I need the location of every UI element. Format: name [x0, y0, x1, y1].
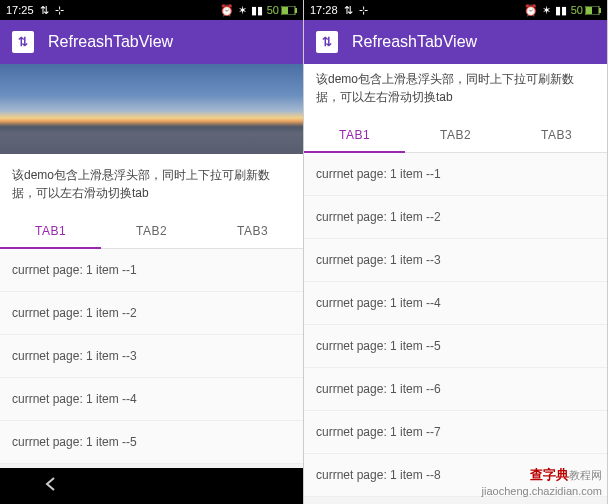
app-icon: ⇅: [316, 31, 338, 53]
usb-icon: ⇅: [40, 4, 49, 17]
debug-icon: ⊹: [359, 4, 368, 17]
list-view[interactable]: currnet page: 1 item --1 currnet page: 1…: [0, 249, 303, 468]
status-bar: 17:28 ⇅ ⊹ ⏰ ✶ ▮▮ 50: [304, 0, 607, 20]
app-icon: ⇅: [12, 31, 34, 53]
back-button[interactable]: [31, 475, 71, 497]
tab-2[interactable]: TAB2: [101, 214, 202, 248]
list-item[interactable]: currnet page: 1 item --1: [0, 249, 303, 292]
tab-1[interactable]: TAB1: [304, 118, 405, 152]
svg-rect-5: [599, 8, 601, 13]
svg-rect-4: [586, 7, 592, 14]
list-view[interactable]: currnet page: 1 item --1 currnet page: 1…: [304, 153, 607, 504]
tab-2[interactable]: TAB2: [405, 118, 506, 152]
wifi-icon: ✶: [238, 4, 247, 17]
svg-rect-1: [282, 7, 288, 14]
list-item[interactable]: currnet page: 1 item --2: [0, 292, 303, 335]
list-item[interactable]: currnet page: 1 item --3: [0, 335, 303, 378]
description-text: 该demo包含上滑悬浮头部，同时上下拉可刷新数据，可以左右滑动切换tab: [304, 64, 607, 118]
tab-bar: TAB1 TAB2 TAB3: [0, 214, 303, 249]
usb-icon: ⇅: [344, 4, 353, 17]
phone-right: 17:28 ⇅ ⊹ ⏰ ✶ ▮▮ 50 ⇅ RefreashTabView 该d…: [304, 0, 608, 504]
list-item[interactable]: currnet page: 1 item --4: [304, 282, 607, 325]
app-bar: ⇅ RefreashTabView: [304, 20, 607, 64]
signal-icon: ▮▮: [555, 4, 567, 17]
battery-indicator: 50: [571, 4, 601, 16]
tab-3[interactable]: TAB3: [506, 118, 607, 152]
app-title: RefreashTabView: [48, 33, 173, 51]
list-item[interactable]: currnet page: 1 item --7: [304, 411, 607, 454]
header-image[interactable]: [0, 64, 303, 154]
description-text: 该demo包含上滑悬浮头部，同时上下拉可刷新数据，可以左右滑动切换tab: [0, 154, 303, 214]
list-item[interactable]: currnet page: 1 item --8: [304, 454, 607, 497]
wifi-icon: ✶: [542, 4, 551, 17]
status-time: 17:28: [310, 4, 338, 16]
signal-icon: ▮▮: [251, 4, 263, 17]
list-item[interactable]: currnet page: 1 item --6: [304, 368, 607, 411]
list-item[interactable]: currnet page: 1 item --4: [0, 378, 303, 421]
debug-icon: ⊹: [55, 4, 64, 17]
tab-3[interactable]: TAB3: [202, 214, 303, 248]
svg-rect-2: [295, 8, 297, 13]
list-item[interactable]: currnet page: 1 item --5: [304, 325, 607, 368]
status-time: 17:25: [6, 4, 34, 16]
status-bar: 17:25 ⇅ ⊹ ⏰ ✶ ▮▮ 50: [0, 0, 303, 20]
battery-indicator: 50: [267, 4, 297, 16]
list-item[interactable]: currnet page: 1 item --1: [304, 153, 607, 196]
app-bar: ⇅ RefreashTabView: [0, 20, 303, 64]
list-item[interactable]: currnet page: 1 item --2: [304, 196, 607, 239]
alarm-icon: ⏰: [220, 4, 234, 17]
app-title: RefreashTabView: [352, 33, 477, 51]
list-item[interactable]: currnet page: 1 item --5: [0, 421, 303, 464]
tab-bar: TAB1 TAB2 TAB3: [304, 118, 607, 153]
tab-1[interactable]: TAB1: [0, 214, 101, 248]
list-item[interactable]: currnet page: 1 item --3: [304, 239, 607, 282]
alarm-icon: ⏰: [524, 4, 538, 17]
phone-left: 17:25 ⇅ ⊹ ⏰ ✶ ▮▮ 50 ⇅ RefreashTabView 该d…: [0, 0, 304, 504]
nav-bar: [0, 468, 303, 504]
